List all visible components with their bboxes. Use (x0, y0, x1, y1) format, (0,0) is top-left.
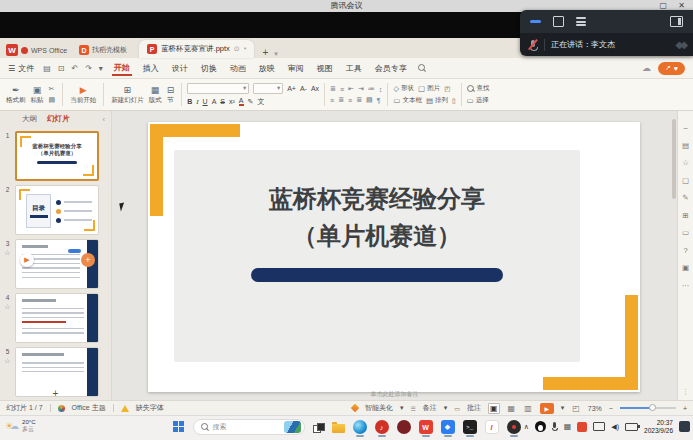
add-slide-button[interactable]: + (81, 253, 95, 267)
cut-icon[interactable]: ✂ (49, 85, 56, 93)
tab-review[interactable]: 审阅 (286, 62, 306, 75)
rail-newpage-icon[interactable]: ⊞ (682, 211, 688, 220)
rail-gift-icon[interactable]: ▣ (682, 263, 689, 272)
zoom-slider[interactable] (620, 407, 676, 409)
tab-slideshow[interactable]: 放映 (257, 62, 277, 75)
normal-view-icon[interactable]: ▣ (488, 403, 500, 414)
sorter-view-icon[interactable]: ▦ (507, 404, 517, 413)
meeting-app-icon[interactable]: ◆ (441, 420, 455, 434)
slideshow-button[interactable]: ▶ (540, 403, 554, 414)
section-button[interactable]: ⊟ 节 (167, 85, 175, 105)
zoom-slider-knob[interactable] (649, 404, 656, 411)
document-tab[interactable]: P 蓝桥杯竞赛宣讲.pptx ⊙ * (139, 40, 254, 58)
task-view-icon[interactable] (313, 423, 324, 432)
underline-icon[interactable]: U (203, 98, 208, 105)
align-left-icon[interactable]: ≡ (330, 97, 334, 104)
line-spacing-icon[interactable]: ≔ (368, 85, 375, 93)
new-tab-button[interactable]: + (262, 47, 268, 58)
wps-taskbar-icon[interactable]: W (419, 420, 433, 434)
slide-thumbnail-2[interactable]: 目录 (15, 185, 99, 235)
decrease-font-icon[interactable]: A- (300, 85, 307, 92)
tab-view[interactable]: 视图 (315, 62, 335, 75)
red-app-icon[interactable] (397, 420, 411, 434)
clear-format-icon[interactable]: Ax (311, 85, 319, 92)
theme-label[interactable]: Office 主题 (72, 403, 106, 413)
rail-copy-icon[interactable]: ▢ (682, 176, 689, 185)
doc-pin-icon[interactable]: * (244, 46, 247, 53)
file-explorer-icon[interactable] (332, 424, 345, 433)
tab-member[interactable]: 会员专享 (373, 62, 409, 75)
slide-thumbnail-1[interactable]: 蓝桥杯竞赛经验分享 （单片机赛道） (15, 131, 99, 181)
rail-more-icon[interactable]: ⋯ (682, 281, 690, 290)
superscript-icon[interactable]: x² (229, 98, 235, 105)
minimize-icon[interactable] (530, 20, 541, 23)
font-color-icon[interactable]: A (239, 97, 244, 106)
search-icon[interactable] (418, 64, 426, 72)
strike-icon[interactable]: S (220, 98, 225, 105)
beautify-caret-icon[interactable]: ▾ (400, 404, 404, 412)
zoom-in-icon[interactable]: + (683, 405, 687, 412)
doc-sync-icon[interactable]: ⊙ (234, 45, 240, 53)
notes-placeholder[interactable]: 单击此处添加备注 (112, 390, 677, 399)
zoom-out-icon[interactable]: − (609, 405, 613, 412)
canvas-scrollbar[interactable] (672, 119, 676, 199)
rail-collapse-icon[interactable]: – (683, 123, 687, 132)
star-icon[interactable]: ☆ (4, 303, 10, 311)
copy-icon[interactable]: ▤ (49, 96, 56, 104)
tab-insert[interactable]: 插入 (141, 62, 161, 75)
notification-center-icon[interactable] (679, 421, 690, 432)
undo-icon[interactable]: ↶ (71, 64, 78, 73)
notes-caret-icon[interactable]: ▾ (444, 404, 448, 412)
rail-resize-handle[interactable]: ⋮ (682, 388, 689, 396)
slideshow-caret-icon[interactable]: ▾ (561, 404, 565, 412)
beautify-button[interactable]: 智能美化 (365, 403, 393, 413)
insert-more-icon[interactable]: ◰ (444, 85, 450, 93)
textbox-button[interactable]: ▭ 文本框 (393, 96, 422, 105)
find-button[interactable]: 查找 (467, 84, 490, 93)
play-from-current-button[interactable]: ▶ 当前开始 (70, 85, 96, 105)
share-button[interactable]: ↗ ♥ (658, 62, 685, 75)
tab-outline[interactable]: 大纲 (22, 114, 37, 124)
slide-title-panel[interactable]: 蓝桥杯竞赛经验分享 （单片机赛道） (174, 150, 580, 362)
format-painter-button[interactable]: ✒ 格式刷 (6, 85, 26, 105)
insert-more2-icon[interactable]: ▯ (452, 97, 456, 105)
paragraph-icon[interactable]: ¶ (377, 97, 381, 104)
rail-layout-icon[interactable]: ▭ (682, 228, 689, 237)
maximize-icon[interactable] (553, 16, 564, 27)
number-list-icon[interactable]: ≡ (340, 86, 344, 93)
character-icon[interactable]: A (212, 98, 217, 105)
new-slide-button[interactable]: ⊞ 新建幻灯片 (111, 85, 144, 105)
qq-tray-icon[interactable] (535, 421, 546, 432)
switch-view-icon[interactable] (670, 16, 683, 27)
file-menu-button[interactable]: ☰ 文件 (8, 63, 34, 74)
wps-home-button[interactable]: W WPS Office (6, 42, 67, 58)
mic-tray-icon[interactable] (552, 422, 558, 432)
tab-list-caret-icon[interactable]: ▾ (274, 50, 278, 58)
rail-help-icon[interactable]: ? (683, 246, 687, 255)
columns-icon[interactable]: ▤ (366, 96, 373, 104)
volume-tray-icon[interactable]: ◀) (611, 423, 619, 431)
justify-icon[interactable]: ≣ (356, 96, 362, 104)
pen-app-icon[interactable]: / (485, 420, 499, 434)
font-family-select[interactable]: ▾ (187, 83, 249, 94)
rail-edit-icon[interactable]: ✎ (682, 193, 688, 202)
tab-home[interactable]: 开始 (112, 61, 132, 76)
align-center-icon[interactable]: ≣ (338, 96, 344, 104)
fit-slide-icon[interactable]: ◰ (571, 404, 581, 413)
zoom-level[interactable]: 73% (588, 405, 602, 412)
increase-font-icon[interactable]: A+ (287, 85, 296, 92)
cloud-sync-icon[interactable]: ☁ (642, 63, 651, 73)
arrange-button[interactable]: ▤ 排列 (426, 96, 448, 105)
align-right-icon[interactable]: ≡ (348, 97, 352, 104)
slide-title-text[interactable]: 蓝桥杯竞赛经验分享 （单片机赛道） (174, 180, 580, 254)
new-slide-plus-button[interactable]: + (0, 388, 111, 399)
rail-favorite-icon[interactable]: ☆ (682, 158, 689, 167)
print-icon[interactable]: ⊡ (58, 64, 65, 73)
music-app-icon[interactable]: ♪ (375, 420, 389, 434)
notes-button[interactable]: 备注 (423, 403, 437, 413)
battery-icon[interactable] (625, 423, 638, 431)
ime-tray-icon[interactable]: ▦ (564, 422, 572, 431)
picture-button[interactable]: ▢ 图片 (418, 84, 440, 93)
edge-browser-icon[interactable] (353, 420, 367, 434)
docer-tab[interactable]: D 找稻壳模板 (73, 42, 133, 58)
